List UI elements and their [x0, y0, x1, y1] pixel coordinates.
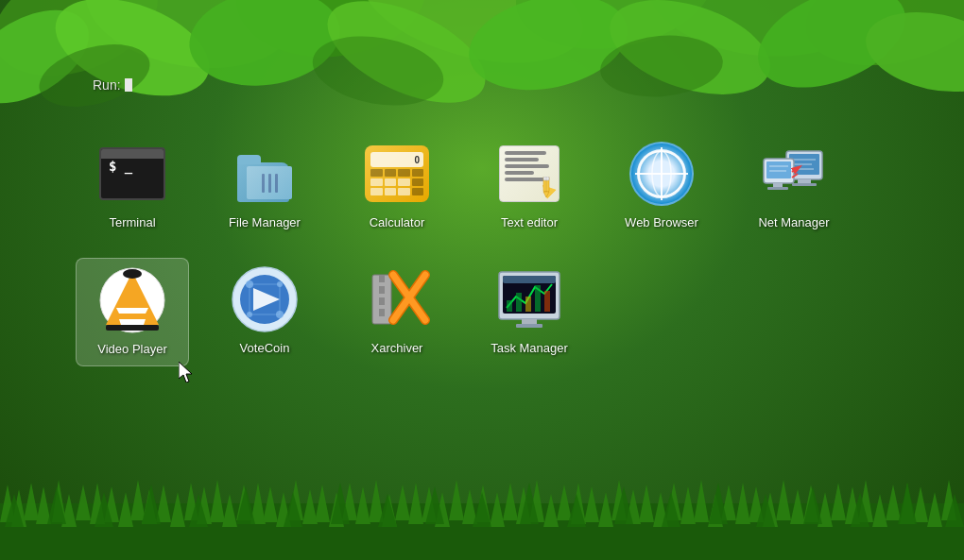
app-item-task-manager[interactable]: Task Manager: [473, 258, 586, 365]
calculator-label: Calculator: [370, 215, 425, 231]
svg-point-137: [123, 269, 142, 279]
votecoin-icon: [231, 265, 299, 333]
svg-rect-129: [767, 187, 788, 190]
svg-rect-162: [503, 276, 556, 283]
run-cursor: [125, 78, 132, 92]
app-item-text-editor[interactable]: Text editor: [473, 132, 586, 239]
file-manager-label: File Manager: [229, 215, 301, 231]
svg-rect-165: [525, 297, 531, 312]
svg-rect-154: [379, 297, 385, 305]
terminal-label: Terminal: [109, 215, 155, 231]
svg-rect-153: [379, 286, 385, 294]
app-item-file-manager[interactable]: File Manager: [208, 132, 321, 239]
app-item-calculator[interactable]: 0: [340, 132, 454, 239]
xarchiver-label: Xarchiver: [371, 341, 423, 357]
task-manager-icon: [495, 265, 563, 333]
app-item-net-manager[interactable]: Net Manager: [737, 132, 851, 239]
file-manager-icon: [231, 140, 299, 208]
calculator-icon: 0: [363, 140, 431, 208]
web-browser-label: Web Browser: [625, 215, 698, 231]
app-item-xarchiver[interactable]: Xarchiver: [340, 258, 454, 365]
net-manager-icon: [760, 140, 828, 208]
app-grid: Terminal File Manager: [76, 132, 888, 366]
svg-rect-122: [792, 183, 817, 186]
svg-rect-164: [516, 293, 522, 312]
task-manager-label: Task Manager: [491, 341, 568, 357]
app-row-2: Video Player: [76, 258, 888, 366]
svg-rect-166: [535, 285, 541, 312]
run-label: Run:: [93, 77, 121, 93]
svg-marker-112: [543, 192, 549, 197]
svg-rect-167: [544, 291, 550, 312]
svg-rect-155: [379, 309, 385, 316]
video-player-label: Video Player: [97, 342, 166, 358]
app-item-video-player[interactable]: Video Player: [76, 258, 189, 366]
xarchiver-icon: [363, 265, 431, 333]
votecoin-label: VoteCoin: [240, 341, 290, 357]
svg-rect-138: [106, 325, 159, 331]
app-item-terminal[interactable]: Terminal: [76, 132, 189, 239]
web-browser-icon: [628, 140, 696, 208]
svg-rect-152: [379, 275, 385, 282]
net-manager-label: Net Manager: [758, 215, 829, 231]
run-prompt: Run:: [93, 77, 132, 93]
app-item-web-browser[interactable]: Web Browser: [605, 132, 718, 239]
svg-rect-121: [798, 179, 811, 183]
app-row-1: Terminal File Manager: [76, 132, 888, 239]
svg-rect-127: [766, 161, 791, 178]
terminal-icon: [98, 140, 166, 208]
svg-rect-168: [522, 319, 537, 324]
svg-rect-163: [507, 300, 512, 312]
svg-marker-135: [119, 319, 146, 325]
text-editor-label: Text editor: [501, 215, 558, 231]
svg-rect-169: [516, 324, 542, 328]
svg-marker-136: [116, 308, 148, 314]
video-player-icon: [98, 266, 166, 334]
svg-rect-128: [773, 183, 783, 187]
text-editor-icon: [495, 140, 563, 208]
app-item-votecoin[interactable]: VoteCoin: [208, 258, 321, 365]
